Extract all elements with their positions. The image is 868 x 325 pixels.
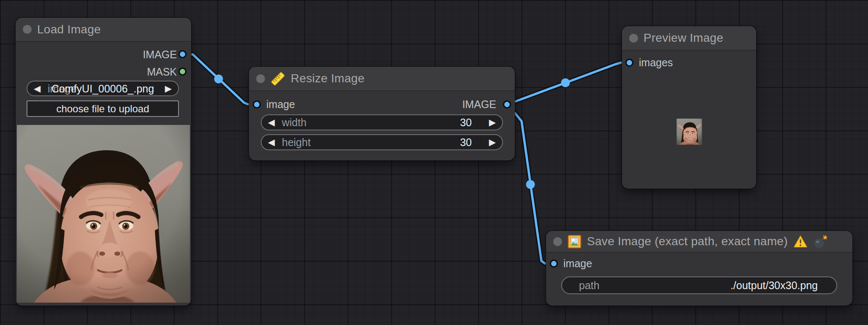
node-title: Resize Image	[291, 72, 365, 85]
filename-combo-widget[interactable]: ◀ image ComfyUI_00006_.png ▶	[27, 81, 179, 96]
node-resize-image[interactable]: Resize Image image IMAGE ◀ width 30 ▶ ◀ …	[249, 67, 515, 160]
path-label: path	[579, 279, 600, 292]
path-value: ./output/30x30.png	[730, 279, 818, 292]
increment-height-arrow-icon[interactable]: ▶	[489, 138, 496, 146]
picture-frame-icon	[568, 235, 581, 249]
output-label-mask: MASK	[147, 66, 177, 78]
collapse-dot[interactable]	[23, 25, 32, 34]
input-port-images[interactable]	[625, 59, 633, 67]
decrement-height-arrow-icon[interactable]: ◀	[268, 138, 275, 146]
link-midpoint-dot[interactable]	[214, 75, 223, 84]
output-label-image: IMAGE	[462, 98, 496, 110]
loaded-image-preview	[17, 125, 190, 303]
next-file-arrow-icon[interactable]: ▶	[165, 84, 172, 92]
path-widget[interactable]: path ./output/30x30.png	[561, 276, 837, 294]
choose-file-label: choose file to upload	[27, 103, 178, 115]
width-label: width	[282, 116, 306, 129]
node-header[interactable]: Load Image	[16, 18, 191, 42]
collapse-dot[interactable]	[553, 237, 562, 246]
width-value: 30	[460, 116, 472, 129]
node-header[interactable]: Save Image (exact path, exact name)	[546, 231, 852, 253]
node-title: Save Image (exact path, exact name)	[587, 235, 788, 248]
height-widget[interactable]: ◀ height 30 ▶	[261, 134, 503, 150]
warning-icon	[793, 235, 808, 248]
link-midpoint-dot[interactable]	[526, 180, 535, 189]
collapse-dot[interactable]	[256, 74, 265, 83]
node-save-image[interactable]: Save Image (exact path, exact name) imag…	[546, 231, 852, 306]
choose-file-button[interactable]: choose file to upload	[27, 100, 179, 117]
node-preview-image[interactable]: Preview Image images	[622, 26, 756, 189]
output-port-image[interactable]	[503, 100, 511, 108]
preview-thumbnail	[676, 119, 702, 145]
link-load-to-resize	[183, 54, 256, 104]
node-header[interactable]: Preview Image	[622, 26, 756, 51]
input-label-image: image	[563, 257, 592, 269]
input-label-image: image	[266, 98, 295, 110]
input-port-image[interactable]	[253, 100, 261, 108]
input-label-images: images	[639, 57, 673, 68]
ruler-icon	[270, 71, 285, 86]
collapse-dot[interactable]	[629, 34, 638, 43]
decrement-width-arrow-icon[interactable]: ◀	[268, 118, 275, 127]
increment-width-arrow-icon[interactable]: ▶	[489, 118, 496, 127]
combo-value: ComfyUI_00006_.png	[27, 82, 178, 95]
height-value: 30	[460, 136, 472, 149]
output-port-image[interactable]	[178, 50, 187, 58]
node-title: Preview Image	[644, 31, 723, 45]
height-label: height	[282, 136, 311, 149]
node-header[interactable]: Resize Image	[249, 67, 515, 91]
bomb-icon	[813, 234, 827, 249]
node-load-image[interactable]: Load Image IMAGE MASK ◀ image ComfyUI_00…	[16, 18, 191, 306]
output-port-mask[interactable]	[178, 68, 187, 76]
input-port-image[interactable]	[550, 260, 558, 268]
width-widget[interactable]: ◀ width 30 ▶	[261, 114, 503, 130]
node-title: Load Image	[37, 23, 101, 36]
output-label-image: IMAGE	[143, 49, 177, 60]
link-midpoint-dot[interactable]	[561, 79, 570, 87]
link-resize-to-preview	[507, 62, 629, 104]
